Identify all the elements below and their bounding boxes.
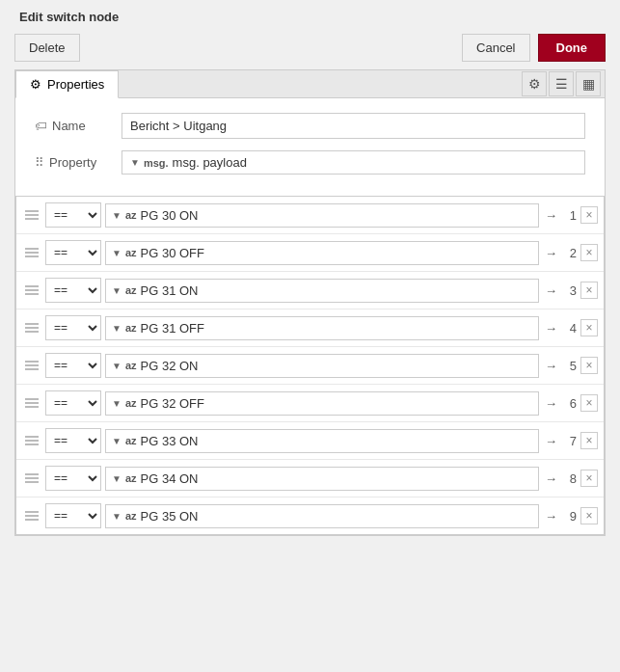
drag-handle[interactable] [22, 210, 41, 220]
drag-handle[interactable] [22, 473, 41, 483]
rule-value-container[interactable]: ▼ az PG 30 OFF [105, 241, 539, 265]
rule-value-type-icon: az [125, 360, 137, 371]
rule-arrow-icon: → [545, 208, 557, 223]
rule-value-container[interactable]: ▼ az PG 30 ON [105, 203, 539, 228]
settings-icon: ⚙ [528, 76, 541, 92]
rule-op-select[interactable]: == != < > [45, 428, 101, 453]
rule-value-container[interactable]: ▼ az PG 33 ON [105, 429, 539, 453]
rule-close-button[interactable]: × [580, 432, 598, 449]
property-value: msg. payload [173, 155, 247, 170]
rule-value-container[interactable]: ▼ az PG 35 ON [105, 504, 539, 528]
property-select[interactable]: ▼ msg. msg. payload [121, 150, 585, 175]
rule-value-arrow-icon: ▼ [112, 436, 121, 446]
rule-value-arrow-icon: ▼ [112, 398, 121, 409]
property-row: ⠿ Property ▼ msg. msg. payload [35, 150, 585, 175]
rule-number: 6 [563, 396, 577, 411]
drag-handle[interactable] [22, 323, 41, 333]
rule-arrow-icon: → [545, 434, 557, 448]
rule-value-type-icon: az [125, 435, 137, 446]
rule-value-type-icon: az [125, 510, 137, 522]
rule-value-container[interactable]: ▼ az PG 31 ON [105, 279, 539, 303]
drag-handle[interactable] [22, 248, 41, 257]
rule-close-button[interactable]: × [580, 244, 598, 261]
rule-value-text: PG 30 ON [141, 208, 532, 223]
rule-arrow-icon: → [545, 359, 557, 373]
rule-value-arrow-icon: ▼ [112, 210, 121, 221]
rule-arrow-icon: → [545, 283, 557, 298]
rule-close-button[interactable]: × [580, 319, 598, 336]
settings-icon-btn[interactable]: ⚙ [522, 71, 547, 96]
rule-close-button[interactable]: × [580, 357, 598, 374]
rule-value-type-icon: az [125, 397, 137, 409]
tab-properties[interactable]: ⚙ Properties [15, 70, 119, 98]
rule-value-text: PG 32 ON [141, 359, 532, 373]
rule-value-arrow-icon: ▼ [112, 473, 121, 484]
rule-op-select[interactable]: == != < > [45, 466, 101, 491]
panel: ⚙ Properties ⚙ ☰ ▦ 🏷 Name [14, 69, 606, 536]
rule-op-select[interactable]: == != < > [45, 390, 101, 416]
panel-body: 🏷 Name ⠿ Property ▼ msg. msg. payload [15, 98, 605, 196]
panel-tab-icons: ⚙ ☰ ▦ [522, 71, 605, 96]
rule-row: == != < > ▼ az PG 32 ON → 5 × [16, 347, 604, 385]
drag-handle[interactable] [22, 436, 41, 445]
rule-arrow-icon: → [545, 321, 557, 336]
rule-arrow-icon: → [545, 509, 557, 524]
property-arrow-icon: ▼ [130, 157, 140, 168]
dialog-title: Edit switch node [14, 10, 606, 24]
done-button[interactable]: Done [538, 34, 607, 62]
rule-close-button[interactable]: × [580, 507, 598, 524]
rule-close-button[interactable]: × [580, 282, 598, 299]
drag-handle[interactable] [22, 511, 41, 521]
rule-op-select[interactable]: == != < > [45, 353, 101, 378]
rule-arrow-icon: → [545, 396, 557, 411]
property-label: ⠿ Property [35, 155, 121, 170]
drag-handle[interactable] [22, 361, 41, 370]
dots-icon: ⠿ [35, 155, 44, 170]
rule-arrow-icon: → [545, 246, 557, 260]
property-type-icon: msg. [144, 157, 169, 169]
drag-handle[interactable] [22, 398, 41, 408]
rule-value-container[interactable]: ▼ az PG 32 OFF [105, 391, 539, 416]
rule-number: 7 [563, 434, 577, 448]
rule-row: == != < > ▼ az PG 31 OFF → 4 × [16, 309, 604, 347]
rule-op-select[interactable]: == != < > [45, 315, 101, 340]
toolbar: Delete Cancel Done [14, 34, 606, 62]
rule-number: 1 [563, 208, 577, 223]
rule-row: == != < > ▼ az PG 30 OFF → 2 × [16, 234, 604, 272]
edit-switch-dialog: Edit switch node Delete Cancel Done ⚙ Pr… [0, 0, 620, 672]
rule-value-text: PG 35 ON [141, 509, 532, 524]
tab-properties-label: Properties [47, 77, 104, 92]
tag-icon: 🏷 [35, 119, 47, 133]
rule-row: == != < > ▼ az PG 31 ON → 3 × [16, 272, 604, 309]
name-input[interactable] [121, 113, 585, 139]
rule-close-button[interactable]: × [580, 470, 598, 487]
rule-value-type-icon: az [125, 284, 137, 296]
rule-number: 8 [563, 471, 577, 486]
rule-value-arrow-icon: ▼ [112, 323, 121, 334]
rule-op-select[interactable]: == != < > [45, 202, 101, 228]
delete-button[interactable]: Delete [14, 34, 80, 62]
panel-tabs: ⚙ Properties ⚙ ☰ ▦ [15, 70, 605, 98]
rule-close-button[interactable]: × [580, 394, 598, 412]
rule-op-select[interactable]: == != < > [45, 278, 101, 303]
rules-container[interactable]: == != < > ▼ az PG 30 ON → 1 × == != < > … [15, 196, 605, 535]
drag-handle[interactable] [22, 285, 41, 295]
rule-op-select[interactable]: == != < > [45, 503, 101, 528]
rule-value-type-icon: az [125, 247, 137, 258]
rule-row: == != < > ▼ az PG 33 ON → 7 × [16, 422, 604, 460]
rule-value-type-icon: az [125, 322, 137, 334]
list-icon-btn[interactable]: ☰ [549, 71, 574, 96]
rule-value-text: PG 34 ON [141, 471, 532, 486]
rule-row: == != < > ▼ az PG 32 OFF → 6 × [16, 385, 604, 422]
rule-value-container[interactable]: ▼ az PG 32 ON [105, 354, 539, 378]
rule-row: == != < > ▼ az PG 34 ON → 8 × [16, 460, 604, 497]
rule-number: 3 [563, 283, 577, 298]
cancel-button[interactable]: Cancel [462, 34, 529, 62]
rule-op-select[interactable]: == != < > [45, 240, 101, 265]
rule-close-button[interactable]: × [580, 206, 598, 224]
rule-value-text: PG 31 OFF [141, 321, 532, 336]
rule-value-container[interactable]: ▼ az PG 31 OFF [105, 316, 539, 340]
rule-row: == != < > ▼ az PG 35 ON → 9 × [16, 497, 604, 534]
rule-value-container[interactable]: ▼ az PG 34 ON [105, 467, 539, 491]
grid-icon-btn[interactable]: ▦ [576, 71, 601, 96]
